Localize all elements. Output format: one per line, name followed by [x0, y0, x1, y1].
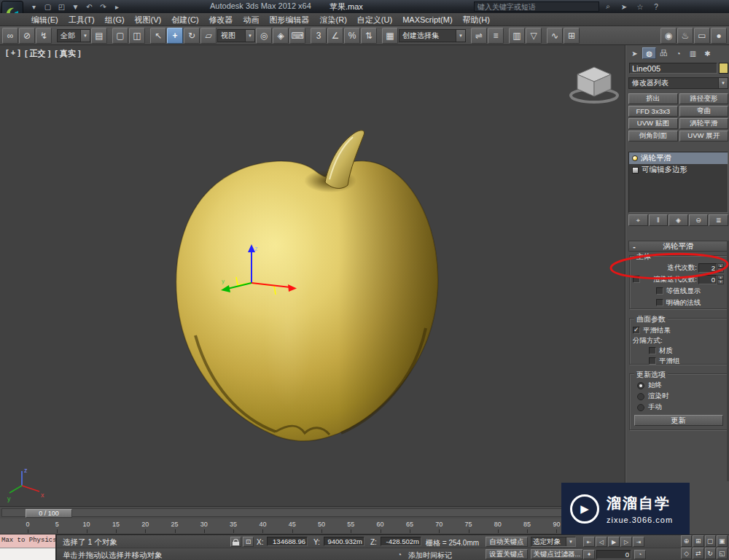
- modifier-button-8[interactable]: UVW 展开: [679, 131, 729, 141]
- go-to-start-button[interactable]: ⇤: [583, 537, 595, 547]
- mirror-icon[interactable]: ⇌: [471, 28, 487, 44]
- key-mode-selected-dropdown[interactable]: 选定对象 ▼: [531, 537, 576, 547]
- angle-snap-icon[interactable]: ∠: [327, 28, 343, 44]
- spinner-snap-icon[interactable]: ⇅: [361, 28, 377, 44]
- communication-center-icon[interactable]: ➤: [618, 1, 630, 12]
- maximize-viewport-icon[interactable]: ◱: [717, 548, 728, 559]
- redo-icon[interactable]: ↷: [97, 1, 109, 12]
- menu-graph-editors[interactable]: 图形编辑器: [265, 13, 315, 26]
- select-and-manipulate-icon[interactable]: ◈: [273, 28, 289, 44]
- curve-editor-icon[interactable]: ∿: [547, 28, 563, 44]
- listener-script-line[interactable]: [0, 548, 55, 560]
- select-and-rotate-icon[interactable]: ↻: [184, 28, 200, 44]
- time-configuration-icon[interactable]: ◔: [634, 550, 646, 559]
- render-iterations-spinner[interactable]: ▴▾: [717, 275, 724, 284]
- pin-stack-icon[interactable]: ⌖: [628, 214, 648, 226]
- new-scene-icon[interactable]: ▢: [42, 1, 54, 12]
- configure-modifier-sets-icon[interactable]: ≣: [709, 214, 728, 226]
- select-and-link-icon[interactable]: ∞: [2, 28, 18, 44]
- search-icon[interactable]: ⌕: [602, 1, 614, 12]
- previous-frame-button[interactable]: ◁: [596, 537, 607, 547]
- materials-checkbox[interactable]: [649, 347, 656, 354]
- radio-icon[interactable]: [637, 404, 644, 411]
- iterations-spinner[interactable]: ▴▾: [717, 263, 724, 273]
- modifier-button-3[interactable]: FFD 3x3x3: [628, 106, 678, 117]
- menu-group[interactable]: 组(G): [100, 13, 130, 26]
- edit-named-selection-sets-icon[interactable]: ▦: [382, 28, 398, 44]
- render-production-icon[interactable]: ●: [711, 28, 727, 44]
- viewport-pov-label[interactable]: [ 正交 ]: [25, 48, 50, 59]
- transform-gizmo[interactable]: z y: [211, 241, 313, 303]
- zoom-all-icon[interactable]: ⊞: [693, 535, 703, 547]
- iterations-field[interactable]: [698, 263, 717, 273]
- zoom-icon[interactable]: ⊕: [681, 535, 692, 547]
- radio-icon[interactable]: [637, 382, 644, 389]
- turbosmooth-rollout-header[interactable]: - 涡轮平滑: [628, 241, 728, 252]
- x-coordinate-field[interactable]: [267, 537, 308, 546]
- time-slider-track[interactable]: 0 / 100: [1, 508, 624, 517]
- show-end-result-icon[interactable]: ‖: [649, 214, 668, 226]
- modifier-button-6[interactable]: 涡轮平滑: [679, 118, 729, 129]
- zoom-extents-icon[interactable]: ▢: [705, 535, 716, 547]
- stack-item[interactable]: 可编辑多边形: [629, 164, 728, 176]
- modifier-button-4[interactable]: 弯曲: [679, 106, 729, 117]
- save-file-icon[interactable]: ▼: [69, 1, 82, 12]
- tab-display[interactable]: ▥: [686, 47, 700, 59]
- app-menu-icon[interactable]: ▾: [28, 1, 40, 12]
- absolute-mode-toggle-icon[interactable]: ⊡: [243, 537, 254, 547]
- tab-motion[interactable]: ◔: [671, 47, 685, 59]
- select-by-name-icon[interactable]: ▤: [91, 28, 107, 44]
- modifier-button-2[interactable]: 路径变形: [679, 93, 729, 104]
- z-coordinate-field[interactable]: [381, 537, 421, 546]
- play-button[interactable]: ▶: [608, 537, 620, 547]
- schematic-view-icon[interactable]: ⊞: [564, 28, 580, 44]
- set-key-button[interactable]: 设置关键点: [486, 549, 528, 559]
- current-frame-field[interactable]: [596, 550, 631, 559]
- menu-modifiers[interactable]: 修改器: [204, 13, 238, 26]
- tab-hierarchy[interactable]: 品: [657, 47, 671, 59]
- remove-modifier-icon[interactable]: ⊖: [689, 214, 709, 226]
- menu-customize[interactable]: 自定义(U): [352, 13, 397, 26]
- selection-filter-dropdown[interactable]: 全部▼: [57, 29, 90, 42]
- menu-tools[interactable]: 工具(T): [63, 13, 100, 26]
- menu-maxscript[interactable]: MAXScript(M): [397, 13, 457, 26]
- add-time-tag[interactable]: 添加时间标记: [408, 551, 452, 560]
- menu-edit[interactable]: 编辑(E): [26, 13, 63, 26]
- open-file-icon[interactable]: ◰: [55, 1, 68, 12]
- tab-utilities[interactable]: ✱: [701, 47, 714, 59]
- select-and-scale-icon[interactable]: ▱: [200, 28, 217, 44]
- radio-icon[interactable]: [637, 393, 644, 400]
- modifier-list-dropdown[interactable]: 修改器列表 ▼: [628, 77, 728, 89]
- keyboard-shortcut-override-icon[interactable]: ⌨: [289, 28, 305, 44]
- percent-snap-icon[interactable]: %: [344, 28, 360, 44]
- update-button[interactable]: 更新: [634, 415, 723, 426]
- orbit-icon[interactable]: ↻: [705, 548, 716, 559]
- menu-help[interactable]: 帮助(H): [458, 13, 495, 26]
- make-unique-icon[interactable]: ◈: [668, 214, 688, 226]
- listener-macro-line[interactable]: Max to Physics (: [0, 534, 55, 548]
- maxscript-mini-listener[interactable]: Max to Physics (: [0, 534, 57, 560]
- menu-views[interactable]: 视图(V): [130, 13, 167, 26]
- auto-key-button[interactable]: 自动关键点: [486, 537, 528, 547]
- named-selection-sets-dropdown[interactable]: 创建选择集▼: [399, 29, 466, 42]
- field-of-view-icon[interactable]: ◇: [681, 548, 692, 559]
- align-icon[interactable]: ≡: [488, 28, 504, 44]
- window-crossing-icon[interactable]: ◫: [129, 28, 145, 44]
- render-iterations-checkbox[interactable]: [633, 276, 640, 283]
- tab-modify[interactable]: ◍: [642, 47, 656, 59]
- use-pivot-point-icon[interactable]: ◎: [256, 28, 272, 44]
- modifier-button-1[interactable]: 挤出: [628, 93, 678, 104]
- menu-animation[interactable]: 动画: [238, 13, 265, 26]
- viewport[interactable]: [ + ] [ 正交 ] [ 真实 ]: [0, 45, 625, 506]
- object-color-swatch[interactable]: [719, 63, 728, 74]
- snap-toggle-3d-icon[interactable]: 3: [311, 28, 327, 44]
- menu-create[interactable]: 创建(C): [166, 13, 203, 26]
- key-mode-toggle-icon[interactable]: ✦: [583, 550, 595, 559]
- rectangular-selection-region-icon[interactable]: ▢: [112, 28, 128, 44]
- key-filters-button[interactable]: 关键点过滤器...: [531, 549, 583, 559]
- stack-item[interactable]: 涡轮平滑: [629, 152, 728, 164]
- rendered-frame-window-icon[interactable]: ▭: [694, 28, 710, 44]
- graphite-ribbon-icon[interactable]: ▽: [526, 28, 542, 44]
- viewcube[interactable]: [567, 61, 621, 106]
- next-frame-button[interactable]: ▷: [620, 537, 632, 547]
